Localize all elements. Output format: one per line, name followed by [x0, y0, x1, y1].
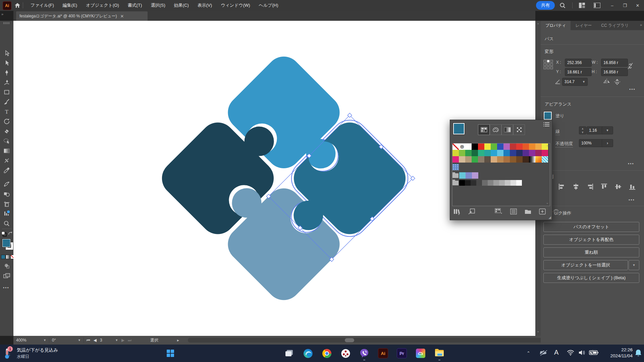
rectangle-tool[interactable]: [4, 89, 10, 95]
swatch[interactable]: [535, 143, 542, 150]
opacity-label[interactable]: 不透明度: [555, 141, 573, 147]
swatch[interactable]: [535, 156, 542, 163]
align-top-icon[interactable]: [600, 183, 608, 190]
new-swatch-icon[interactable]: [539, 209, 545, 216]
workspace-switcher-icon[interactable]: [594, 3, 600, 9]
reference-point-locator[interactable]: [543, 60, 553, 71]
opacity-input[interactable]: 100%: [579, 139, 605, 147]
swatch[interactable]: [471, 180, 476, 186]
opacity-more-icon[interactable]: ›: [602, 139, 613, 147]
draw-mode-icon[interactable]: [4, 263, 10, 269]
x-input[interactable]: 252.356: [565, 59, 592, 67]
edit-toolbar-ellipsis[interactable]: •••: [3, 286, 9, 290]
swatch[interactable]: [516, 150, 523, 156]
align-left-icon[interactable]: [558, 183, 566, 190]
grayscale-group-folder-icon[interactable]: [452, 181, 459, 185]
home-icon[interactable]: [14, 2, 21, 10]
menu-item[interactable]: ヘルプ(H): [255, 0, 283, 11]
swatch[interactable]: [459, 143, 465, 150]
stroke-label[interactable]: 線: [555, 128, 560, 135]
rotation-dropdown[interactable]: 0° ▼: [49, 336, 84, 345]
recolor-object-button[interactable]: オブジェクトを再配色: [543, 235, 639, 245]
swatch-scroll-down-icon[interactable]: ⌄: [546, 201, 549, 204]
illustrator-logo-icon[interactable]: Ai: [3, 1, 11, 10]
horizontal-scrollbar-handle[interactable]: [345, 338, 354, 342]
constrain-proportions-icon[interactable]: [627, 62, 634, 72]
swatch[interactable]: [472, 143, 478, 150]
swatch[interactable]: [482, 180, 488, 186]
tab-properties[interactable]: プロパティ: [541, 21, 571, 30]
align-bottom-icon[interactable]: [629, 183, 636, 190]
swatch[interactable]: [478, 156, 484, 163]
swatch-libraries-icon[interactable]: [453, 208, 460, 216]
align-center-vertical-icon[interactable]: [614, 183, 622, 190]
swatch[interactable]: [511, 180, 516, 186]
zoom-level-dropdown[interactable]: 400% ▼: [13, 336, 49, 345]
swatch[interactable]: [491, 156, 497, 163]
prev-artboard-icon[interactable]: ◀: [94, 338, 97, 343]
select-similar-button[interactable]: オブジェクトを一括選択: [543, 260, 628, 270]
popup-resize-grip[interactable]: ◢: [548, 216, 551, 219]
zoom-tool[interactable]: [4, 221, 10, 227]
fill-color-well[interactable]: [2, 239, 11, 247]
swatch[interactable]: [523, 156, 529, 163]
wifi-icon[interactable]: [567, 350, 574, 357]
swatch[interactable]: [529, 150, 535, 156]
menu-item[interactable]: オブジェクト(O): [82, 0, 123, 11]
arrange-documents-icon[interactable]: [579, 3, 585, 9]
swatch-options-icon[interactable]: [511, 209, 517, 216]
blend-tool[interactable]: [4, 181, 10, 187]
generative-fill-button[interactable]: 生成塗りつぶし ( シェイプ ) (Beta): [543, 273, 639, 283]
swatch[interactable]: [516, 143, 523, 150]
swatch[interactable]: [459, 150, 465, 156]
tab-layers[interactable]: レイヤー: [571, 21, 596, 30]
arrange-button[interactable]: 重ね順: [543, 247, 639, 257]
menu-item[interactable]: 表示(V): [193, 0, 216, 11]
menu-item[interactable]: ファイル(F): [26, 0, 58, 11]
stroke-width-dropdown-icon[interactable]: ▼: [602, 126, 613, 134]
paintbrush-tool[interactable]: [4, 99, 10, 105]
swatch[interactable]: [523, 143, 529, 150]
color-mixer-view-icon[interactable]: [490, 124, 501, 135]
new-color-group-icon[interactable]: [525, 209, 531, 216]
swatches-view-icon[interactable]: [478, 124, 490, 135]
delete-swatch-icon[interactable]: [553, 209, 559, 216]
rotation-angle-dropdown[interactable]: 314.7 ▼: [562, 78, 588, 86]
swatch[interactable]: [478, 150, 484, 156]
swatch[interactable]: [491, 143, 497, 150]
swatch[interactable]: [491, 150, 497, 156]
current-color-swatch[interactable]: [453, 123, 465, 135]
color-mode-buttons[interactable]: [1, 255, 15, 259]
swatch[interactable]: [472, 156, 478, 163]
swatch[interactable]: [452, 143, 459, 150]
window-minimize-button[interactable]: –: [606, 0, 619, 11]
viber-app-icon[interactable]: [359, 348, 370, 359]
menu-item[interactable]: ウィンドウ(W): [216, 0, 254, 11]
window-restore-button[interactable]: ❐: [619, 0, 631, 11]
swatch[interactable]: [499, 180, 505, 186]
onedrive-icon[interactable]: [539, 349, 547, 357]
scroll-up-icon[interactable]: ⌃: [537, 23, 539, 26]
align-more-options[interactable]: •••: [629, 198, 635, 202]
swatch[interactable]: [505, 180, 511, 186]
weather-widget[interactable]: 1 ↓ 気温が下がる見込み 水曜日: [3, 347, 58, 360]
notification-bell-icon[interactable]: [635, 349, 642, 359]
y-input[interactable]: 18.661 r: [565, 68, 592, 76]
offset-path-button[interactable]: パスのオフセット: [543, 222, 639, 232]
pattern-view-icon[interactable]: [513, 124, 525, 135]
swatch[interactable]: [452, 156, 459, 163]
swatch[interactable]: [497, 150, 503, 156]
shape-builder-tool[interactable]: [4, 191, 10, 197]
color-group-folder-icon[interactable]: [452, 173, 459, 178]
red-dots-app-icon[interactable]: [340, 348, 351, 359]
edge-browser-icon[interactable]: [303, 348, 313, 359]
swatch[interactable]: [529, 143, 535, 150]
transform-more-options[interactable]: •••: [629, 87, 636, 92]
swatch[interactable]: [459, 172, 466, 179]
align-center-horizontal-icon[interactable]: [572, 183, 580, 190]
gradient-view-icon[interactable]: [501, 124, 513, 135]
stroke-width-stepper[interactable]: ∧∨: [579, 126, 586, 134]
width-tool[interactable]: [4, 158, 10, 164]
chrome-browser-icon[interactable]: [321, 348, 332, 359]
swatch[interactable]: [472, 150, 478, 156]
